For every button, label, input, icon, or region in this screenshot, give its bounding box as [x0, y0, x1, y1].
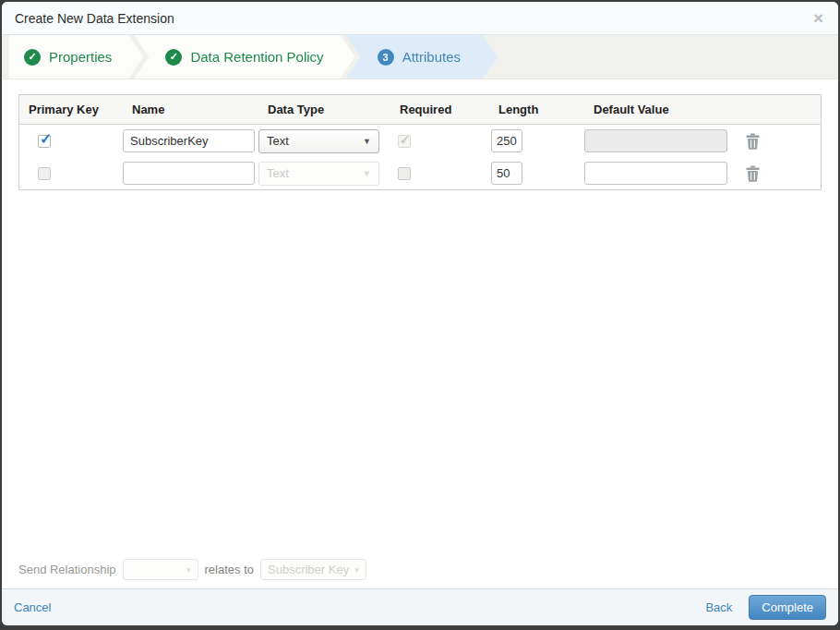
table-row: Text ▼: [258, 157, 390, 189]
table-row: [584, 125, 732, 157]
data-type-value: Text: [267, 134, 289, 148]
chevron-down-icon: ▾: [354, 565, 359, 575]
step-data-retention-policy[interactable]: ✓ Data Retention Policy: [134, 35, 354, 79]
table-row: [390, 125, 489, 157]
back-link[interactable]: Back: [705, 600, 732, 614]
required-checkbox[interactable]: [398, 167, 411, 180]
modal-footer: Cancel Back Complete: [2, 588, 838, 625]
check-circle-icon: ✓: [24, 49, 41, 66]
table-row: [732, 157, 821, 189]
send-relationship-row: Send Relationship ▾ relates to Subscribe…: [18, 559, 366, 580]
delete-row-icon[interactable]: [745, 133, 761, 150]
step-properties-label: Properties: [49, 49, 112, 65]
chevron-down-icon: ▼: [363, 169, 371, 178]
cancel-link[interactable]: Cancel: [14, 600, 51, 614]
data-type-select: Text ▼: [258, 162, 379, 186]
table-row: [123, 157, 258, 189]
relates-to-select: Subscriber Key ▾: [260, 559, 366, 580]
col-header-default-value: Default Value: [584, 95, 732, 125]
complete-button[interactable]: Complete: [749, 595, 826, 620]
check-circle-icon: ✓: [165, 49, 182, 66]
required-checkbox: [398, 135, 411, 148]
col-header-required: Required: [390, 95, 489, 125]
table-row: [584, 157, 732, 189]
name-input[interactable]: [123, 162, 255, 185]
modal-content: Primary Key Name Data Type Required Leng…: [2, 79, 838, 588]
table-row: [489, 125, 584, 157]
step-properties[interactable]: ✓ Properties: [9, 35, 143, 79]
length-input[interactable]: [491, 162, 522, 185]
step-number-icon: 3: [378, 49, 394, 66]
modal-title: Create New Data Extension: [15, 11, 174, 26]
table-row: [19, 157, 123, 189]
attributes-table: Primary Key Name Data Type Required Leng…: [18, 94, 822, 190]
table-row: [489, 157, 584, 189]
table-row: [123, 125, 258, 157]
default-value-input: [584, 129, 727, 152]
table-row: [19, 125, 123, 157]
data-type-value: Text: [267, 166, 289, 180]
col-header-primary-key: Primary Key: [19, 95, 123, 125]
primary-key-checkbox[interactable]: [38, 135, 51, 148]
relates-to-label: relates to: [205, 563, 254, 576]
delete-row-icon[interactable]: [745, 165, 761, 182]
close-icon[interactable]: ×: [811, 9, 825, 27]
col-header-name: Name: [123, 95, 258, 125]
wizard-step-bar: ✓ Properties ✓ Data Retention Policy 3 A…: [2, 35, 838, 79]
table-row: Text ▼: [258, 125, 390, 157]
send-relationship-select: ▾: [123, 559, 198, 580]
col-header-data-type: Data Type: [258, 95, 390, 125]
relates-to-value: Subscriber Key: [268, 563, 349, 576]
col-header-length: Length: [489, 95, 584, 125]
create-data-extension-modal: Create New Data Extension × ✓ Properties…: [2, 2, 838, 625]
step-data-retention-policy-label: Data Retention Policy: [190, 49, 323, 65]
chevron-down-icon: ▼: [363, 137, 371, 146]
default-value-input[interactable]: [584, 162, 727, 185]
step-attributes-label: Attributes: [402, 49, 461, 65]
col-header-actions: [732, 95, 821, 125]
table-row: [390, 157, 489, 189]
chevron-down-icon: ▾: [186, 565, 191, 575]
primary-key-checkbox[interactable]: [38, 167, 51, 180]
data-type-select[interactable]: Text ▼: [258, 129, 379, 153]
length-input[interactable]: [491, 129, 522, 152]
name-input[interactable]: [123, 129, 255, 152]
table-row: [732, 125, 821, 157]
modal-title-bar: Create New Data Extension ×: [2, 2, 838, 35]
step-attributes[interactable]: 3 Attributes: [346, 35, 498, 79]
send-relationship-label: Send Relationship: [18, 563, 116, 576]
